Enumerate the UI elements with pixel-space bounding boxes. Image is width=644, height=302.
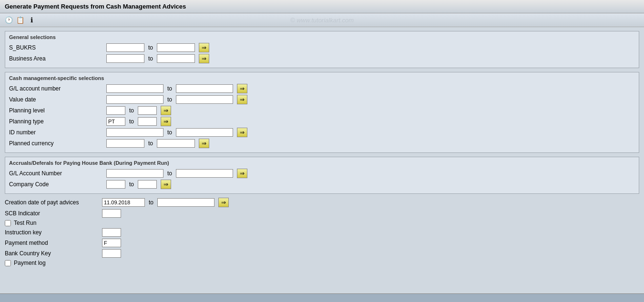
s-bukrs-arrow-button[interactable]: ⇒ bbox=[199, 43, 209, 52]
creation-date-from-input[interactable] bbox=[102, 198, 145, 207]
id-number-arrow-button[interactable]: ⇒ bbox=[237, 128, 247, 137]
planning-level-from-input[interactable] bbox=[106, 106, 125, 115]
instruction-key-input[interactable] bbox=[102, 228, 121, 237]
gl-account-from-input[interactable] bbox=[106, 84, 164, 93]
main-content: General selections S_BUKRS to ⇒ Business… bbox=[0, 27, 644, 272]
gl-account-to-input[interactable] bbox=[176, 84, 233, 93]
bank-country-key-label: Bank Country Key bbox=[5, 250, 100, 257]
payment-method-input[interactable] bbox=[102, 239, 121, 247]
table-row: Planned currency to ⇒ bbox=[9, 139, 635, 148]
company-code-to-input[interactable] bbox=[138, 180, 157, 189]
payment-log-label: Payment log bbox=[14, 260, 46, 266]
general-selections-section: General selections S_BUKRS to ⇒ Business… bbox=[5, 31, 639, 68]
to-label-5: to bbox=[129, 107, 134, 114]
to-label-2: to bbox=[148, 55, 153, 62]
scb-indicator-input[interactable] bbox=[102, 209, 121, 218]
clock-icon[interactable]: 🕐 bbox=[4, 15, 13, 25]
accruals-title: Accruals/Deferals for Paying House Bank … bbox=[9, 160, 635, 166]
to-label-10: to bbox=[129, 181, 134, 188]
planning-type-from-input[interactable] bbox=[106, 117, 125, 126]
pages-icon[interactable]: 📋 bbox=[15, 15, 25, 25]
s-bukrs-label: S_BUKRS bbox=[9, 44, 104, 51]
title-bar: Generate Payment Requests from Cash Mana… bbox=[0, 0, 644, 13]
general-selections-title: General selections bbox=[9, 34, 635, 40]
id-number-to-input[interactable] bbox=[176, 128, 233, 137]
payment-log-checkbox[interactable] bbox=[5, 260, 11, 266]
to-label-4: to bbox=[167, 96, 172, 103]
page-title: Generate Payment Requests from Cash Mana… bbox=[5, 3, 186, 10]
creation-date-label: Creation date of payt advices bbox=[5, 199, 100, 206]
planned-currency-arrow-button[interactable]: ⇒ bbox=[199, 139, 209, 148]
to-label-7: to bbox=[167, 129, 172, 136]
test-run-row: Test Run bbox=[5, 220, 639, 226]
info-icon[interactable]: ℹ bbox=[27, 15, 36, 25]
table-row: S_BUKRS to ⇒ bbox=[9, 43, 635, 52]
instruction-key-label: Instruction key bbox=[5, 229, 100, 236]
creation-date-to-input[interactable] bbox=[157, 198, 215, 207]
payment-method-row: Payment method bbox=[5, 239, 639, 247]
s-bukrs-from-input[interactable] bbox=[106, 43, 144, 52]
planning-type-arrow-button[interactable]: ⇒ bbox=[161, 117, 171, 126]
company-code-arrow-button[interactable]: ⇒ bbox=[161, 180, 171, 189]
planning-level-arrow-button[interactable]: ⇒ bbox=[161, 106, 171, 115]
cash-management-title: Cash management-specific selections bbox=[9, 75, 635, 81]
table-row: Value date to ⇒ bbox=[9, 95, 635, 104]
business-area-arrow-button[interactable]: ⇒ bbox=[199, 54, 209, 63]
test-run-label: Test Run bbox=[14, 220, 36, 226]
table-row: Planning level to ⇒ bbox=[9, 106, 635, 115]
gl-account-number-from-input[interactable] bbox=[106, 169, 164, 178]
to-label-9: to bbox=[167, 170, 172, 177]
business-area-from-input[interactable] bbox=[106, 54, 144, 63]
toolbar: 🕐 📋 ℹ © www.tutorialkart.com bbox=[0, 13, 644, 27]
instruction-key-row: Instruction key bbox=[5, 228, 639, 237]
creation-date-arrow-button[interactable]: ⇒ bbox=[218, 198, 229, 207]
planned-currency-label: Planned currency bbox=[9, 140, 104, 147]
value-date-label: Value date bbox=[9, 96, 104, 103]
bank-country-key-row: Bank Country Key bbox=[5, 249, 639, 258]
cash-management-section: Cash management-specific selections G/L … bbox=[5, 72, 639, 153]
id-number-label: ID number bbox=[9, 129, 104, 136]
table-row: G/L Account Number to ⇒ bbox=[9, 169, 635, 178]
test-run-checkbox[interactable] bbox=[5, 220, 11, 226]
to-label-11: to bbox=[149, 199, 153, 206]
gl-account-number-to-input[interactable] bbox=[176, 169, 233, 178]
value-date-from-input[interactable] bbox=[106, 95, 164, 104]
table-row: ID number to ⇒ bbox=[9, 128, 635, 137]
company-code-from-input[interactable] bbox=[106, 180, 125, 189]
table-row: Business Area to ⇒ bbox=[9, 54, 635, 63]
planning-type-to-input[interactable] bbox=[138, 117, 157, 126]
watermark: © www.tutorialkart.com bbox=[290, 17, 354, 24]
to-label-1: to bbox=[148, 44, 153, 51]
id-number-from-input[interactable] bbox=[106, 128, 164, 137]
value-date-to-input[interactable] bbox=[176, 95, 233, 104]
payment-log-row: Payment log bbox=[5, 260, 639, 266]
planning-type-label: Planning type bbox=[9, 118, 104, 125]
table-row: G/L account number to ⇒ bbox=[9, 84, 635, 93]
table-row: Company Code to ⇒ bbox=[9, 180, 635, 189]
planning-level-label: Planning level bbox=[9, 107, 104, 114]
to-label-3: to bbox=[167, 85, 172, 92]
bank-country-key-input[interactable] bbox=[102, 249, 121, 258]
planned-currency-from-input[interactable] bbox=[106, 139, 144, 148]
to-label-6: to bbox=[129, 118, 134, 125]
to-label-8: to bbox=[148, 140, 153, 147]
gl-account-number-arrow-button[interactable]: ⇒ bbox=[237, 169, 247, 178]
business-area-to-input[interactable] bbox=[157, 54, 195, 63]
scb-indicator-label: SCB Indicator bbox=[5, 210, 100, 217]
value-date-arrow-button[interactable]: ⇒ bbox=[237, 95, 247, 104]
gl-account-arrow-button[interactable]: ⇒ bbox=[237, 84, 247, 93]
business-area-label: Business Area bbox=[9, 55, 104, 62]
s-bukrs-to-input[interactable] bbox=[157, 43, 195, 52]
scb-indicator-row: SCB Indicator bbox=[5, 209, 639, 218]
gl-account-number-label: G/L Account Number bbox=[9, 170, 104, 177]
table-row: Planning type to ⇒ bbox=[9, 117, 635, 126]
company-code-label: Company Code bbox=[9, 181, 104, 188]
accruals-section: Accruals/Deferals for Paying House Bank … bbox=[5, 157, 639, 194]
planned-currency-to-input[interactable] bbox=[157, 139, 195, 148]
gl-account-label: G/L account number bbox=[9, 85, 104, 92]
creation-date-row: Creation date of payt advices to ⇒ bbox=[5, 198, 639, 207]
planning-level-to-input[interactable] bbox=[138, 106, 157, 115]
payment-method-label: Payment method bbox=[5, 240, 100, 246]
